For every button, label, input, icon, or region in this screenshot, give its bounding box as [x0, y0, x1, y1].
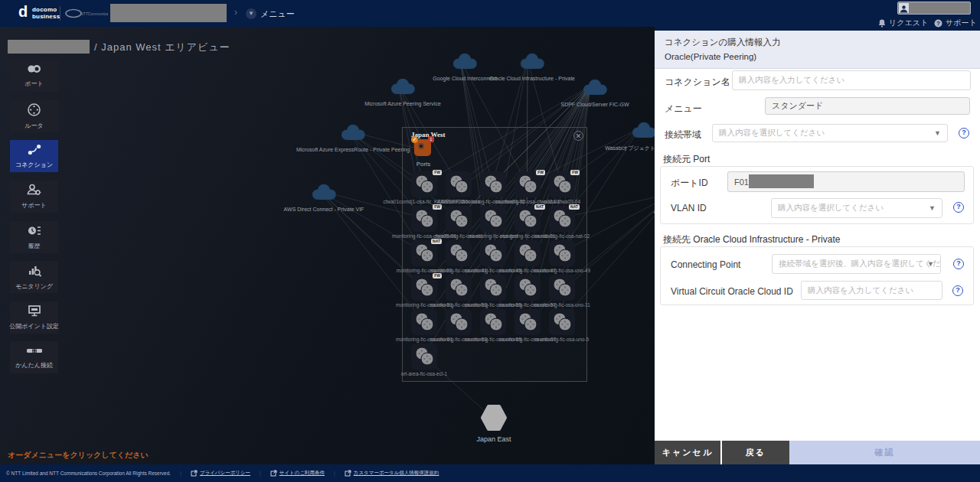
node-badge-fw: FW: [433, 170, 442, 175]
node-label: monitoring-fic-osa-uno-11: [534, 302, 590, 308]
network-node[interactable]: [480, 309, 506, 335]
network-node[interactable]: [411, 344, 437, 370]
japan-east-hexagon[interactable]: [479, 403, 508, 432]
network-node[interactable]: [549, 275, 575, 301]
request-link[interactable]: リクエスト: [878, 18, 928, 28]
menu-chevron-icon[interactable]: ▾: [246, 8, 256, 19]
menu-button[interactable]: メニュー: [260, 8, 295, 20]
page: / Japan West エリアビュー Google Cloud Interco…: [0, 0, 980, 482]
vc-id-input[interactable]: 購入内容を入力してください: [801, 281, 942, 300]
region-box-japan-west: Japan West ✕ ✓ 1 Ports FWcfwa01comdj1-os…: [402, 127, 587, 382]
bandwidth-select[interactable]: 購入内容を選択してください▼: [712, 124, 948, 142]
network-node[interactable]: [514, 240, 541, 266]
ports-label: Ports: [412, 161, 435, 168]
cloud-aws[interactable]: AWS Direct Connect - Private VIF: [305, 183, 342, 204]
support-link[interactable]: ? サポート: [934, 18, 977, 28]
public-point-icon: [28, 305, 41, 320]
network-node[interactable]: [446, 206, 472, 232]
user-account-box[interactable]: [897, 2, 971, 15]
network-node[interactable]: FW: [411, 206, 437, 232]
breadcrumb: / Japan West エリアビュー: [94, 41, 230, 54]
svg-text:?: ?: [936, 20, 940, 27]
sidebar-item-port[interactable]: ポート: [10, 60, 58, 92]
check-badge-icon: ✓: [411, 136, 418, 143]
monitoring-icon: [28, 264, 41, 280]
purchase-form-panel: コネクションの購入情報入力 Oracle(Private Peering) コネ…: [655, 31, 980, 464]
sidebar-item-router[interactable]: ルータ: [10, 100, 58, 132]
vc-id-help-icon[interactable]: ?: [952, 285, 963, 296]
sidebar-item-easy-connect[interactable]: かんたん接続: [10, 341, 58, 373]
vlan-help-icon[interactable]: ?: [953, 202, 964, 213]
network-node[interactable]: [446, 309, 472, 335]
sidebar-item-label: ポート: [24, 80, 43, 88]
network-node[interactable]: [549, 309, 575, 335]
node-badge-nat: NAT: [569, 204, 580, 210]
network-node[interactable]: NAT: [549, 206, 575, 232]
footer-divider: |: [260, 471, 261, 476]
cloud-sdpf[interactable]: SDPF Cloud/Server FIC-GW: [577, 78, 613, 99]
connecting-point-select[interactable]: 接続帯域を選択後、購入内容を選択してくださ▼: [772, 254, 941, 274]
node-badge-fw: FW: [536, 170, 545, 175]
cloud-google[interactable]: Google Cloud Interconnect: [446, 52, 483, 73]
ports-icon[interactable]: ✓ 1: [414, 139, 431, 156]
cloud-azure-peering[interactable]: Microsoft Azure Peering Service: [384, 77, 421, 98]
sidebar-item-label: コネクション: [15, 161, 53, 169]
network-node[interactable]: [411, 309, 437, 335]
sidebar-item-label: サポート: [21, 201, 47, 210]
cloud-azure-er[interactable]: Microsoft Azure ExpressRoute - Private P…: [335, 123, 371, 144]
network-node[interactable]: FW: [549, 171, 575, 197]
external-link-icon: [191, 470, 198, 477]
network-node[interactable]: [446, 240, 472, 266]
bandwidth-label: 接続帯域: [665, 129, 701, 142]
ntt-communications-logo: NTTCommunications: [65, 8, 108, 18]
network-node[interactable]: [514, 309, 541, 335]
footer-link-1[interactable]: サイトのご利用条件: [270, 470, 325, 477]
network-node[interactable]: [446, 275, 472, 301]
confirm-button[interactable]: 確認: [789, 441, 980, 464]
network-node[interactable]: FW: [514, 171, 541, 197]
node-label: monitoring-fic-osa-uno-5: [535, 337, 589, 342]
sidebar-item-connection[interactable]: コネクション: [10, 140, 58, 172]
cancel-button[interactable]: キャンセル: [655, 441, 720, 464]
sidebar-item-label: かんたん接続: [15, 361, 53, 370]
breadcrumb-redacted: [8, 40, 90, 54]
order-menu-hint: オーダメニューをクリックしてください: [8, 450, 149, 461]
cloud-label: Microsoft Azure Peering Service: [364, 101, 441, 106]
footer-link-0[interactable]: プライバシーポリシー: [191, 470, 250, 477]
network-node[interactable]: NAT: [411, 240, 437, 266]
cloud-wasabi[interactable]: Wasabiオブジェクトストレージ: [626, 121, 655, 142]
japan-east-label: Japan East: [475, 435, 513, 443]
connecting-point-help-icon[interactable]: ?: [953, 259, 964, 269]
network-node[interactable]: [480, 240, 506, 266]
network-node[interactable]: FW: [411, 275, 437, 301]
network-node[interactable]: NAT: [514, 206, 541, 232]
network-node[interactable]: FW: [411, 171, 437, 197]
docomo-brand: docomobusiness: [32, 6, 60, 20]
network-node[interactable]: [480, 206, 506, 232]
network-node[interactable]: [480, 171, 506, 197]
connecting-point-label: Connecting Point: [671, 259, 740, 270]
network-node[interactable]: [549, 240, 575, 266]
router-icon: [28, 103, 41, 119]
cloud-oracle[interactable]: Oracle Cloud Infrastructure - Private: [514, 52, 550, 73]
sidebar-item-monitoring[interactable]: モニタリング: [10, 261, 58, 293]
sidebar-item-support[interactable]: サポート: [10, 181, 58, 213]
cloud-label: AWS Direct Connect - Private VIF: [284, 207, 364, 212]
svg-text:NTTCommunications: NTTCommunications: [80, 11, 108, 16]
back-button[interactable]: 戻る: [722, 441, 789, 464]
vlan-id-select[interactable]: 購入内容を選択してください▼: [771, 198, 942, 218]
bandwidth-help-icon[interactable]: ?: [959, 128, 969, 138]
network-node[interactable]: [446, 171, 472, 197]
sidebar-item-history[interactable]: 履歴: [10, 221, 58, 253]
footer-link-2[interactable]: カスタマーポータル個人情報保護規約: [345, 470, 439, 477]
panel-title: コネクションの購入情報入力: [665, 37, 980, 48]
node-label: c-osa-cfwa03-04: [544, 199, 580, 204]
close-icon[interactable]: ✕: [573, 131, 583, 141]
connection-name-input[interactable]: 購入内容を入力してください: [732, 70, 971, 90]
network-node[interactable]: [514, 275, 541, 301]
network-node[interactable]: [480, 275, 506, 301]
sidebar-item-public-point[interactable]: 公開ポイント設定: [10, 301, 58, 334]
top-header: d docomobusiness NTTCommunications › ▾ メ…: [0, 0, 980, 27]
port-icon: [27, 64, 41, 77]
sidebar-item-label: 公開ポイント設定: [9, 322, 59, 331]
